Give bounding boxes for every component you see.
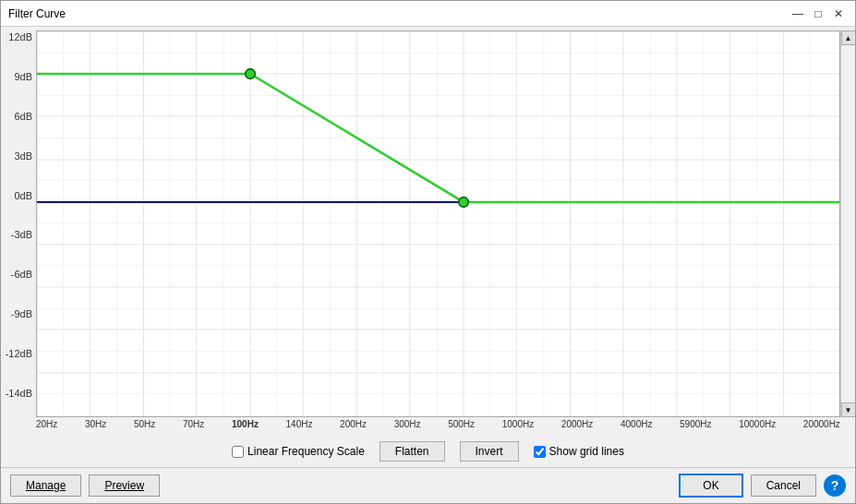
x-label-70hz: 70Hz (183, 419, 204, 429)
title-bar: Filter Curve — □ ✕ (1, 1, 855, 27)
y-axis: 12dB 9dB 6dB 3dB 0dB -3dB -6dB -9dB -12d… (1, 30, 36, 417)
x-label-10000hz: 10000Hz (739, 419, 776, 429)
title-bar-controls: — □ ✕ (789, 5, 848, 23)
minimize-button[interactable]: — (789, 5, 807, 23)
flatten-button[interactable]: Flatten (380, 441, 445, 462)
footer: Manage Preview OK Cancel ? (1, 467, 855, 503)
manage-button[interactable]: Manage (10, 474, 81, 497)
x-label-30hz: 30Hz (85, 419, 106, 429)
x-label-1000hz: 1000Hz (502, 419, 534, 429)
show-grid-text: Show grid lines (549, 445, 624, 458)
y-label-m12db: -12dB (1, 349, 32, 359)
main-area: 12dB 9dB 6dB 3dB 0dB -3dB -6dB -9dB -12d… (1, 27, 855, 467)
y-label-6db: 6dB (1, 112, 32, 122)
y-label-3db: 3dB (1, 151, 32, 162)
preview-button[interactable]: Preview (89, 474, 160, 497)
scroll-down-button[interactable]: ▼ (841, 402, 856, 417)
window-title: Filter Curve (8, 7, 66, 20)
chart-svg (37, 31, 839, 416)
scroll-track[interactable] (841, 45, 855, 402)
chart-wrapper: 12dB 9dB 6dB 3dB 0dB -3dB -6dB -9dB -12d… (1, 30, 855, 417)
x-label-20hz: 20Hz (36, 419, 57, 429)
linear-scale-checkbox[interactable] (232, 446, 244, 458)
y-label-0db: 0dB (1, 191, 32, 201)
ok-button[interactable]: OK (679, 474, 742, 498)
x-label-200hz: 200Hz (340, 419, 367, 429)
invert-button[interactable]: Invert (460, 441, 519, 462)
filter-curve-window: Filter Curve — □ ✕ 12dB 9dB 6dB 3dB 0dB … (0, 0, 856, 504)
x-label-20000hz: 20000Hz (803, 419, 840, 429)
x-label-5900hz: 5900Hz (680, 419, 711, 429)
cancel-button[interactable]: Cancel (751, 474, 816, 497)
x-label-300hz: 300Hz (394, 419, 421, 429)
svg-point-51 (246, 69, 256, 79)
y-label-9db: 9dB (1, 72, 32, 82)
x-label-500hz: 500Hz (448, 419, 475, 429)
x-label-2000hz: 2000Hz (561, 419, 593, 429)
title-bar-left: Filter Curve (8, 7, 66, 20)
footer-right: OK Cancel ? (679, 474, 846, 498)
x-axis: 20Hz 30Hz 50Hz 70Hz 100Hz 140Hz 200Hz 30… (36, 417, 840, 436)
linear-scale-label[interactable]: Linear Frequency Scale (232, 445, 365, 458)
chart-area[interactable] (36, 30, 840, 417)
scroll-up-button[interactable]: ▲ (841, 30, 856, 45)
close-button[interactable]: ✕ (829, 5, 848, 23)
chart-container: 12dB 9dB 6dB 3dB 0dB -3dB -6dB -9dB -12d… (1, 27, 855, 467)
y-label-m9db: -9dB (1, 309, 32, 319)
x-label-50hz: 50Hz (134, 419, 155, 429)
y-label-m3db: -3dB (1, 230, 32, 240)
scrollbar-right[interactable]: ▲ ▼ (840, 30, 855, 417)
x-label-4000hz: 4000Hz (621, 419, 652, 429)
linear-scale-text: Linear Frequency Scale (247, 445, 365, 458)
y-label-m6db: -6dB (1, 270, 32, 280)
show-grid-label[interactable]: Show grid lines (534, 445, 624, 458)
show-grid-checkbox[interactable] (534, 446, 546, 458)
controls-row: Linear Frequency Scale Flatten Invert Sh… (1, 436, 855, 467)
svg-point-52 (459, 198, 469, 208)
footer-left: Manage Preview (10, 474, 160, 497)
y-label-12db: 12dB (1, 32, 32, 42)
x-label-140hz: 140Hz (286, 419, 313, 429)
y-label-m14db: -14dB (1, 389, 32, 399)
maximize-button[interactable]: □ (809, 5, 827, 23)
help-button[interactable]: ? (824, 474, 846, 497)
x-label-100hz: 100Hz (232, 419, 259, 429)
